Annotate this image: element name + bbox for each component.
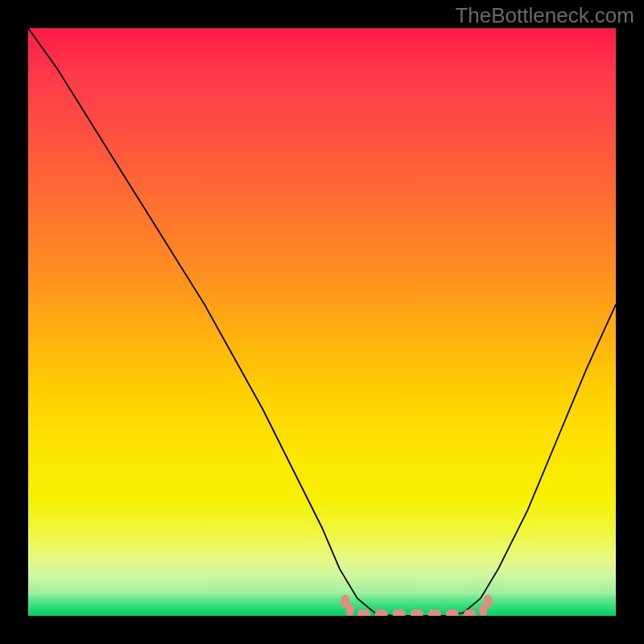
svg-rect-8: [464, 609, 477, 616]
svg-rect-1: [346, 605, 354, 616]
svg-rect-6: [428, 609, 441, 616]
flat-region-markers: [341, 595, 492, 616]
svg-rect-5: [411, 609, 423, 616]
svg-rect-7: [446, 609, 459, 616]
svg-rect-2: [357, 609, 370, 616]
svg-rect-3: [375, 609, 388, 616]
svg-rect-10: [484, 595, 492, 608]
watermark-text: TheBottleneck.com: [455, 3, 634, 28]
bottleneck-curve-svg: [28, 28, 616, 616]
bottleneck-curve-path: [28, 28, 616, 616]
svg-rect-4: [393, 609, 406, 616]
chart-plot-area: [28, 28, 616, 616]
